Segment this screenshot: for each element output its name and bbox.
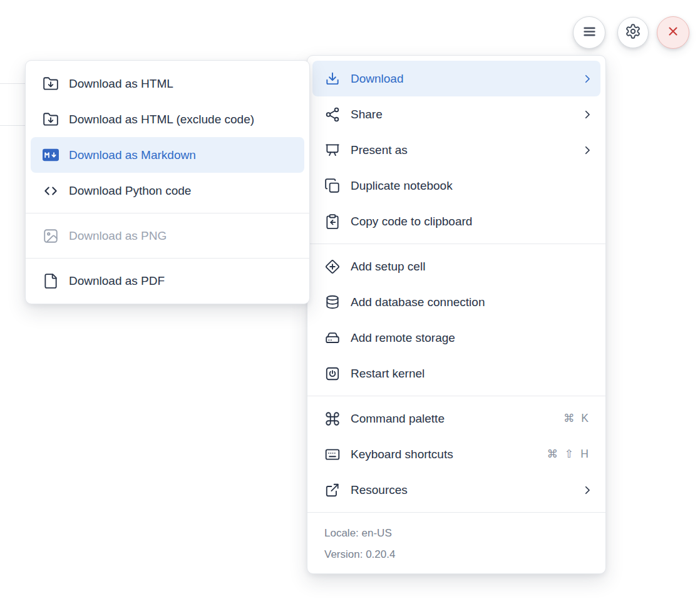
menu-item-label: Share (351, 108, 574, 121)
diamond-plus-icon (324, 259, 341, 275)
menu-item-label: Download as HTML (69, 77, 297, 91)
menu-item-label: Download (351, 72, 574, 86)
menu-item-duplicate-notebook[interactable]: Duplicate notebook (312, 168, 600, 203)
menu-item-label: Download Python code (69, 184, 297, 198)
file-icon (43, 273, 59, 289)
menu-item-download-as-html-exclude-code[interactable]: Download as HTML (exclude code) (31, 101, 304, 137)
menu-item-copy-code-to-clipboard[interactable]: Copy code to clipboard (312, 203, 600, 239)
database-icon (324, 294, 341, 311)
command-icon (324, 411, 341, 427)
download-submenu: Download as HTML Download as HTML (exclu… (25, 60, 310, 304)
menu-item-download-python-code[interactable]: Download Python code (31, 173, 304, 208)
menu-item-add-setup-cell[interactable]: Add setup cell (312, 249, 600, 284)
menu-item-label: Download as PDF (69, 274, 297, 288)
menu-item-label: Restart kernel (351, 367, 593, 381)
menu-item-share[interactable]: Share (312, 96, 600, 132)
shortcut-hint: ⌘ ⇧ H (547, 448, 590, 461)
settings-button[interactable] (617, 17, 649, 48)
folder-download-icon (43, 111, 59, 128)
hamburger-icon (581, 23, 598, 43)
menu-separator (26, 213, 309, 213)
menu-item-label: Add setup cell (351, 260, 593, 274)
chevron-right-icon (582, 109, 593, 120)
presentation-icon (324, 142, 341, 158)
menu-separator (307, 396, 605, 396)
menu-item-label: Add remote storage (351, 331, 593, 345)
shortcut-hint: ⌘ K (564, 412, 590, 425)
clipboard-icon (324, 213, 341, 230)
menu-item-download-as-pdf[interactable]: Download as PDF (31, 263, 304, 299)
menu-item-label: Duplicate notebook (351, 179, 593, 193)
menu-item-add-database-connection[interactable]: Add database connection (312, 284, 600, 320)
menu-item-label: Resources (351, 483, 574, 497)
code-icon (43, 183, 59, 199)
chevron-right-icon (582, 73, 593, 85)
menu-separator (26, 258, 309, 259)
menu-item-present-as[interactable]: Present as (312, 132, 600, 168)
menu-item-resources[interactable]: Resources (312, 472, 600, 508)
power-icon (324, 366, 341, 382)
menu-item-label: Copy code to clipboard (351, 215, 593, 228)
locale-text: Locale: en-US (324, 523, 593, 544)
menu-item-download[interactable]: Download (312, 61, 600, 96)
menu-item-add-remote-storage[interactable]: Add remote storage (312, 320, 600, 356)
background-divider (0, 125, 25, 126)
menu-item-label: Present as (351, 143, 574, 157)
menu-item-label: Download as Markdown (69, 148, 297, 162)
folder-download-icon (43, 76, 59, 92)
menu-item-download-as-html[interactable]: Download as HTML (31, 66, 304, 101)
markdown-icon (43, 147, 59, 163)
menu-item-label: Command palette (351, 412, 564, 426)
menu-item-keyboard-shortcuts[interactable]: Keyboard shortcuts ⌘ ⇧ H (312, 436, 600, 472)
chevron-right-icon (582, 485, 593, 496)
version-text: Version: 0.20.4 (324, 544, 593, 565)
chevron-right-icon (582, 145, 593, 156)
external-link-icon (324, 482, 341, 498)
image-icon (43, 228, 59, 244)
close-button[interactable] (657, 16, 689, 49)
menu-footer: Locale: en-US Version: 0.20.4 (312, 517, 600, 568)
hard-drive-icon (324, 330, 341, 346)
menu-separator (307, 244, 605, 244)
download-icon (324, 71, 341, 87)
notebook-menu: Download Share Present as Duplicate note… (307, 55, 606, 574)
menu-item-label: Download as PNG (69, 229, 297, 243)
menu-item-download-as-markdown[interactable]: Download as Markdown (31, 137, 304, 173)
gear-icon (625, 23, 641, 42)
close-icon (666, 24, 681, 41)
menu-item-label: Download as HTML (exclude code) (69, 113, 297, 126)
background-divider (0, 83, 25, 84)
copy-icon (324, 178, 341, 194)
keyboard-icon (324, 446, 341, 463)
share-icon (324, 106, 341, 123)
menu-item-label: Keyboard shortcuts (351, 448, 547, 461)
menu-button[interactable] (573, 16, 605, 49)
menu-separator (307, 512, 605, 513)
menu-item-command-palette[interactable]: Command palette ⌘ K (312, 401, 600, 436)
menu-item-restart-kernel[interactable]: Restart kernel (312, 356, 600, 391)
menu-item-download-as-png: Download as PNG (31, 218, 304, 254)
menu-item-label: Add database connection (351, 295, 593, 309)
